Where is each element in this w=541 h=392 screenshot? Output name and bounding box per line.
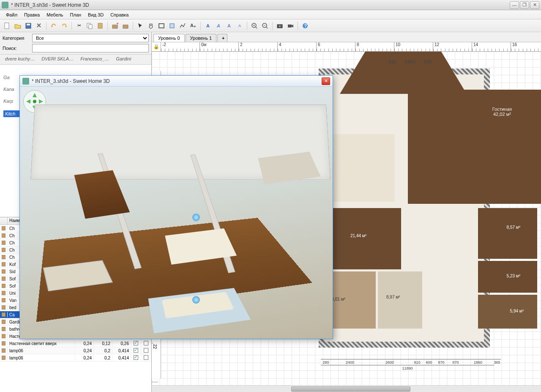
catalog-tab[interactable]: dvere kuchy… bbox=[2, 55, 38, 64]
menu-furniture[interactable]: Мебель bbox=[43, 12, 66, 17]
level-add-button[interactable]: + bbox=[217, 34, 227, 42]
svg-point-14 bbox=[279, 25, 281, 27]
help-button[interactable]: ? bbox=[301, 21, 310, 30]
menu-plan[interactable]: План bbox=[67, 12, 85, 17]
view3d-app-icon bbox=[22, 78, 29, 85]
svg-point-18 bbox=[33, 100, 36, 103]
window-title: * INTER_3.sh3d - Sweet Home 3D bbox=[11, 2, 509, 8]
view3d-window[interactable]: * INTER_3.sh3d - Sweet Home 3D ✕ bbox=[19, 75, 333, 339]
photo-button[interactable] bbox=[275, 21, 284, 30]
redo-button[interactable] bbox=[60, 21, 69, 30]
lock-icon[interactable]: 🔒 bbox=[152, 42, 161, 51]
main-toolbar: ✂ + A₊ A A A A ? bbox=[0, 19, 541, 32]
menu-file[interactable]: Файл bbox=[3, 12, 21, 17]
create-polyline-tool[interactable] bbox=[178, 21, 187, 30]
room-897[interactable] bbox=[378, 271, 422, 329]
window-titlebar: * INTER_3.sh3d - Sweet Home 3D — ❐ ✕ bbox=[0, 0, 541, 10]
svg-rect-8 bbox=[123, 25, 128, 28]
undo-button[interactable] bbox=[49, 21, 58, 30]
create-room-tool[interactable] bbox=[167, 21, 177, 30]
room-897-label: 8,97 м² bbox=[386, 295, 400, 299]
import-furniture-button[interactable] bbox=[121, 21, 130, 30]
room-living[interactable] bbox=[408, 90, 541, 204]
decrease-text-button[interactable]: A bbox=[235, 21, 244, 30]
svg-rect-4 bbox=[89, 25, 92, 29]
select-tool[interactable] bbox=[136, 21, 145, 30]
copy-button[interactable] bbox=[85, 21, 94, 30]
menu-help[interactable]: Справка bbox=[107, 12, 132, 17]
level-tabs: Уровень 0 Уровень 1 + bbox=[152, 32, 541, 42]
view3d-close-button[interactable]: ✕ bbox=[322, 77, 330, 85]
room-857-label: 8,57 м² bbox=[507, 225, 520, 230]
view3d-titlebar[interactable]: * INTER_3.sh3d - Sweet Home 3D ✕ bbox=[20, 76, 333, 87]
dim-top: 330 2460 330 bbox=[388, 59, 431, 64]
room-523-label: 5,23 м² bbox=[507, 274, 520, 278]
svg-rect-5 bbox=[98, 23, 102, 28]
room-dining[interactable] bbox=[333, 134, 395, 202]
increase-text-button[interactable]: A bbox=[224, 21, 234, 30]
new-button[interactable] bbox=[3, 21, 12, 30]
menu-bar: Файл Правка Мебель План Вид 3D Справка bbox=[0, 10, 541, 19]
catalog-filter: Категория Все Поиск: bbox=[0, 32, 151, 55]
save-button[interactable] bbox=[24, 21, 33, 30]
search-input[interactable] bbox=[32, 44, 149, 52]
furniture-row[interactable]: Настенная светит вверх0,240,120,26 bbox=[0, 340, 151, 347]
paste-button[interactable] bbox=[96, 21, 105, 30]
svg-text:?: ? bbox=[304, 23, 307, 28]
ruler-horizontal: 🔒 -2 0м 2 4 6 8 10 12 14 16 bbox=[152, 42, 541, 52]
room-living-label: Гостиная42,02 м² bbox=[492, 107, 512, 117]
menu-view3d[interactable]: Вид 3D bbox=[85, 12, 107, 17]
svg-text:+: + bbox=[116, 22, 118, 26]
plan-scrollbar-h[interactable] bbox=[152, 385, 541, 392]
iso-chandelier-icon bbox=[192, 296, 200, 304]
room-2144-label: 21,44 м² bbox=[350, 233, 366, 238]
preferences-button[interactable] bbox=[34, 21, 44, 30]
dimensions-bottom: 280 2400 2600 810 600 870 870 1860 365 1… bbox=[321, 359, 525, 371]
catalog-tab[interactable]: Gardini bbox=[113, 55, 134, 64]
svg-rect-10 bbox=[170, 24, 174, 28]
minimize-button[interactable]: — bbox=[510, 1, 519, 9]
room-2144[interactable] bbox=[325, 208, 401, 269]
category-label: Категория bbox=[3, 36, 30, 41]
room-594-label: 5,94 м² bbox=[510, 309, 524, 313]
create-walls-tool[interactable] bbox=[157, 21, 166, 30]
cut-button[interactable]: ✂ bbox=[74, 21, 84, 30]
svg-rect-15 bbox=[288, 25, 292, 27]
bay-window bbox=[340, 52, 467, 94]
open-button[interactable] bbox=[13, 21, 22, 30]
text-italic-button[interactable]: A bbox=[214, 21, 223, 30]
svg-rect-0 bbox=[5, 23, 9, 29]
room-857[interactable] bbox=[478, 208, 537, 259]
furniture-row[interactable]: lamp060,240,20,414 bbox=[0, 347, 151, 354]
furniture-row[interactable]: lamp060,240,20,414 bbox=[0, 354, 151, 362]
menu-edit[interactable]: Правка bbox=[21, 12, 43, 17]
zoom-in-button[interactable] bbox=[250, 21, 259, 30]
video-button[interactable] bbox=[286, 21, 295, 30]
iso-chandelier-icon bbox=[192, 214, 200, 221]
close-button[interactable]: ✕ bbox=[530, 1, 539, 9]
catalog-tab[interactable]: DVERI SKLA… bbox=[38, 55, 77, 64]
text-bold-button[interactable]: A bbox=[203, 21, 213, 30]
level-tab-1[interactable]: Уровень 1 bbox=[186, 34, 217, 42]
view3d-title: * INTER_3.sh3d - Sweet Home 3D bbox=[32, 78, 322, 84]
svg-rect-9 bbox=[159, 24, 164, 28]
level-tab-0[interactable]: Уровень 0 bbox=[153, 34, 185, 42]
room-594[interactable] bbox=[478, 295, 537, 329]
zoom-out-button[interactable] bbox=[260, 21, 270, 30]
app-icon bbox=[2, 2, 8, 8]
add-furniture-button[interactable]: + bbox=[110, 21, 120, 30]
svg-rect-2 bbox=[27, 24, 30, 25]
catalog-tabs: dvere kuchy… DVERI SKLA… Francesco_… Gar… bbox=[0, 55, 151, 65]
maximize-button[interactable]: ❐ bbox=[520, 1, 529, 9]
create-dimension-tool[interactable]: A₊ bbox=[189, 21, 198, 30]
pan-tool[interactable] bbox=[146, 21, 156, 30]
category-select[interactable]: Все bbox=[32, 34, 149, 42]
view3d-canvas[interactable] bbox=[20, 87, 333, 339]
catalog-tab[interactable]: Francesco_… bbox=[77, 55, 112, 64]
search-label: Поиск: bbox=[3, 46, 30, 51]
